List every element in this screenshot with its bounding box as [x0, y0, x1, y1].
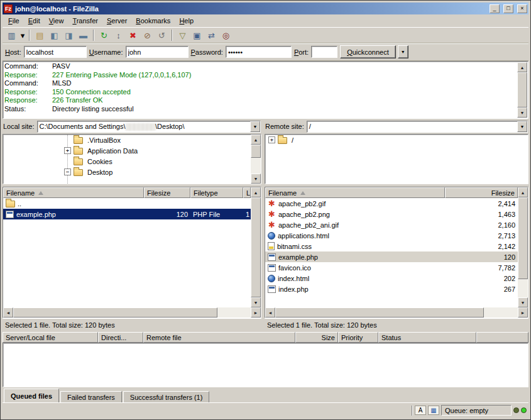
scroll-left-button[interactable]: ◄: [265, 307, 275, 318]
scroll-thumb[interactable]: [251, 197, 261, 297]
toggle-local-tree-icon[interactable]: ◧: [47, 28, 62, 42]
tree-item[interactable]: +/: [265, 135, 528, 145]
username-input[interactable]: [126, 46, 189, 58]
tree-item[interactable]: +Application Data: [3, 145, 251, 156]
column-header-col[interactable]: [476, 332, 528, 343]
site-manager-icon[interactable]: ▥: [4, 28, 19, 42]
scroll-track[interactable]: [517, 72, 527, 108]
file-row[interactable]: example.php120PHP File1: [3, 209, 251, 219]
column-header-filetype[interactable]: Filetype: [190, 187, 243, 198]
toggle-log-icon[interactable]: ▤: [33, 28, 47, 42]
close-button[interactable]: ×: [517, 4, 527, 13]
file-row[interactable]: ✱apache_pb2.png1,463: [265, 209, 518, 219]
file-row[interactable]: favicon.ico7,782: [265, 262, 518, 273]
file-row[interactable]: ✱apache_pb2_ani.gif2,160: [265, 219, 518, 230]
remote-list-vertical-scrollbar[interactable]: ▲▼: [518, 187, 528, 307]
scroll-right-button[interactable]: ►: [251, 307, 261, 318]
process-queue-icon[interactable]: ↕: [111, 28, 126, 42]
scroll-down-button[interactable]: ▼: [517, 108, 527, 118]
scroll-down-button[interactable]: ▼: [251, 297, 261, 307]
scroll-track[interactable]: [251, 145, 261, 174]
column-header-remote-file[interactable]: Remote file: [143, 332, 295, 343]
compare-icon[interactable]: ▣: [190, 28, 204, 42]
maximize-button[interactable]: □: [503, 4, 513, 13]
find-icon[interactable]: ◎: [219, 28, 233, 42]
menu-item-view[interactable]: View: [45, 16, 68, 26]
scroll-thumb[interactable]: [275, 307, 484, 318]
local-tree-scrollbar[interactable]: ▲▼: [251, 135, 261, 184]
minimize-button[interactable]: _: [490, 4, 500, 13]
tree-item[interactable]: −Desktop: [3, 167, 251, 177]
refresh-icon[interactable]: ↻: [97, 28, 111, 42]
password-input[interactable]: [226, 46, 292, 58]
site-manager-dropdown-icon[interactable]: ▾: [19, 28, 26, 42]
tree-expander-minus-icon[interactable]: −: [64, 169, 71, 175]
file-row[interactable]: index.php267: [265, 284, 518, 294]
local-site-combobox[interactable]: C:\Documents and Settings\▒▒▒▒▒▒▒\Deskto…: [37, 121, 261, 133]
disconnect-icon[interactable]: ⊘: [140, 28, 155, 42]
column-header-server-local-file[interactable]: Server/Local file: [3, 332, 98, 343]
port-input[interactable]: [311, 46, 337, 58]
column-header-filesize[interactable]: Filesize: [144, 187, 190, 198]
sync-browse-icon[interactable]: ⇄: [204, 28, 219, 42]
tree-item[interactable]: Cookies: [3, 156, 251, 167]
scroll-up-button[interactable]: ▲: [518, 187, 528, 197]
menu-item-help[interactable]: Help: [175, 16, 198, 26]
column-header-l[interactable]: L: [243, 187, 251, 198]
file-row[interactable]: bitnami.css2,142: [265, 241, 518, 251]
cancel-icon[interactable]: ✖: [126, 28, 140, 42]
scroll-thumb[interactable]: [517, 72, 527, 108]
menu-item-server[interactable]: Server: [102, 16, 131, 26]
scroll-track[interactable]: [251, 197, 261, 297]
quickconnect-button[interactable]: Quickconnect: [340, 45, 396, 58]
log-scrollbar[interactable]: ▲▼: [517, 62, 527, 118]
tree-expander-plus-icon[interactable]: +: [268, 136, 275, 143]
file-row[interactable]: example.php120: [265, 251, 518, 262]
column-header-directi[interactable]: Directi...: [98, 332, 143, 343]
scroll-thumb[interactable]: [518, 197, 528, 279]
file-row[interactable]: ✱apache_pb2.gif2,414: [265, 198, 518, 209]
toggle-queue-icon[interactable]: ▬: [76, 28, 90, 42]
column-header-status[interactable]: Status: [378, 332, 476, 343]
column-header-filename[interactable]: Filename: [3, 187, 144, 198]
scroll-up-button[interactable]: ▲: [251, 187, 261, 197]
local-list-horizontal-scrollbar[interactable]: ◄►: [3, 307, 261, 318]
local-site-dropdown-icon[interactable]: ▼: [250, 121, 260, 132]
scroll-track[interactable]: [518, 197, 528, 297]
file-row[interactable]: ..: [3, 198, 251, 209]
host-input[interactable]: [24, 46, 87, 58]
scroll-right-button[interactable]: ►: [518, 307, 528, 318]
toggle-remote-tree-icon[interactable]: ◨: [62, 28, 76, 42]
tab-successful-transfers-1[interactable]: Successful transfers (1): [123, 391, 210, 402]
column-header-size[interactable]: Size: [295, 332, 338, 343]
quickconnect-dropdown-button[interactable]: ▼: [398, 45, 408, 58]
scroll-down-button[interactable]: ▼: [518, 297, 528, 307]
scroll-left-button[interactable]: ◄: [3, 307, 13, 318]
tree-expander-plus-icon[interactable]: +: [64, 147, 71, 154]
remote-site-combobox[interactable]: / ▼: [307, 121, 528, 133]
remote-site-dropdown-icon[interactable]: ▼: [517, 121, 527, 132]
scroll-down-button[interactable]: ▼: [251, 174, 261, 184]
column-header-filename[interactable]: Filename: [265, 187, 445, 198]
scroll-thumb[interactable]: [251, 145, 261, 158]
scroll-up-button[interactable]: ▲: [251, 135, 261, 145]
scroll-thumb[interactable]: [13, 307, 217, 318]
tree-item[interactable]: .VirtualBox: [3, 135, 251, 145]
scroll-track[interactable]: [13, 307, 251, 318]
menu-item-transfer[interactable]: Transfer: [68, 16, 102, 26]
remote-list-horizontal-scrollbar[interactable]: ◄►: [265, 307, 528, 318]
title-bar[interactable]: Fz john@localhost - FileZilla _ □ ×: [3, 3, 528, 14]
tab-queued-files[interactable]: Queued files: [4, 389, 59, 402]
menu-item-edit[interactable]: Edit: [24, 16, 45, 26]
column-header-priority[interactable]: Priority: [338, 332, 378, 343]
local-list-vertical-scrollbar[interactable]: ▲▼: [251, 187, 261, 307]
column-header-filesize[interactable]: Filesize: [445, 187, 518, 198]
tab-failed-transfers[interactable]: Failed transfers: [60, 391, 122, 402]
scroll-up-button[interactable]: ▲: [517, 62, 527, 72]
menu-item-file[interactable]: File: [4, 16, 24, 26]
reconnect-icon[interactable]: ↺: [155, 28, 169, 42]
file-row[interactable]: applications.html2,713: [265, 230, 518, 241]
filter-icon[interactable]: ▽: [175, 28, 190, 42]
file-row[interactable]: index.html202: [265, 273, 518, 284]
menu-item-bookmarks[interactable]: Bookmarks: [131, 16, 175, 26]
